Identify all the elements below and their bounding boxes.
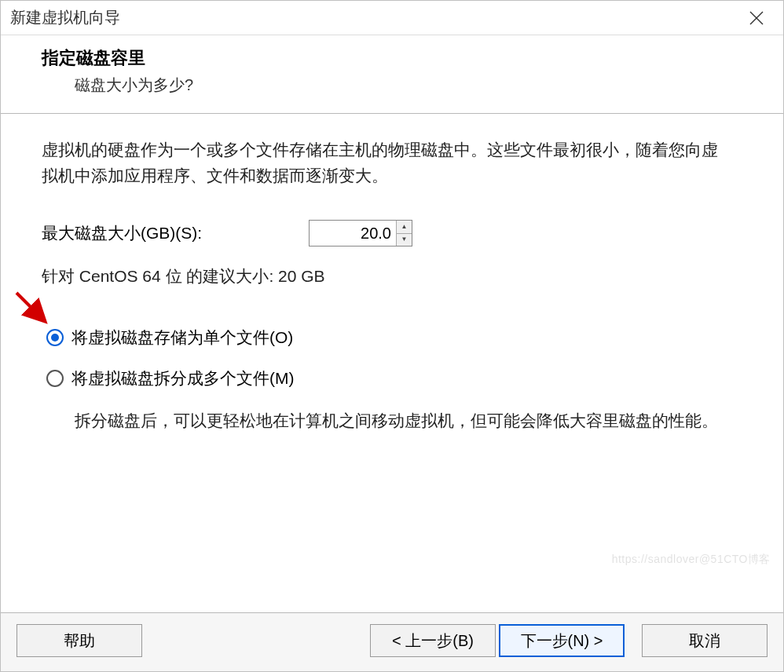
radio-split-label: 将虚拟磁盘拆分成多个文件(M) bbox=[71, 367, 294, 389]
radio-icon bbox=[46, 370, 64, 387]
close-icon[interactable] bbox=[739, 1, 774, 35]
help-button[interactable]: 帮助 bbox=[16, 624, 142, 657]
wizard-window: 新建虚拟机向导 指定磁盘容里 磁盘大小为多少? 虚拟机的硬盘作为一个或多个文件存… bbox=[0, 0, 784, 672]
annotation-arrow-icon bbox=[12, 288, 51, 327]
window-title: 新建虚拟机向导 bbox=[10, 7, 120, 28]
cancel-button[interactable]: 取消 bbox=[642, 624, 768, 657]
page-title: 指定磁盘容里 bbox=[42, 46, 760, 70]
watermark-text: https://sandlover@51CTO博客 bbox=[612, 553, 771, 567]
next-button[interactable]: 下一步(N) > bbox=[499, 624, 625, 657]
spinner-down-icon[interactable]: ▼ bbox=[397, 234, 412, 247]
recommended-size-text: 针对 CentOS 64 位 的建议大小: 20 GB bbox=[42, 265, 742, 287]
description-text: 虚拟机的硬盘作为一个或多个文件存储在主机的物理磁盘中。这些文件最初很小，随着您向… bbox=[42, 137, 733, 188]
disk-storage-radio-group: 将虚拟磁盘存储为单个文件(O) 将虚拟磁盘拆分成多个文件(M) 拆分磁盘后，可以… bbox=[42, 327, 742, 434]
wizard-footer: 帮助 < 上一步(B) 下一步(N) > 取消 bbox=[1, 612, 783, 671]
spinner-buttons: ▲ ▼ bbox=[396, 221, 412, 246]
titlebar: 新建虚拟机向导 bbox=[1, 1, 783, 35]
back-button[interactable]: < 上一步(B) bbox=[370, 624, 496, 657]
radio-store-single-file[interactable]: 将虚拟磁盘存储为单个文件(O) bbox=[42, 327, 742, 349]
svg-line-2 bbox=[16, 293, 43, 320]
disk-size-input[interactable] bbox=[310, 221, 396, 246]
disk-size-spinner[interactable]: ▲ ▼ bbox=[309, 220, 412, 247]
radio-icon bbox=[46, 329, 64, 346]
split-description: 拆分磁盘后，可以更轻松地在计算机之间移动虚拟机，但可能会降低大容里磁盘的性能。 bbox=[42, 408, 741, 434]
radio-split-files[interactable]: 将虚拟磁盘拆分成多个文件(M) bbox=[42, 367, 742, 389]
radio-single-label: 将虚拟磁盘存储为单个文件(O) bbox=[71, 327, 293, 349]
disk-size-row: 最大磁盘大小(GB)(S): ▲ ▼ bbox=[42, 220, 742, 247]
page-subtitle: 磁盘大小为多少? bbox=[42, 75, 760, 96]
disk-size-label: 最大磁盘大小(GB)(S): bbox=[42, 222, 309, 244]
wizard-header: 指定磁盘容里 磁盘大小为多少? bbox=[1, 35, 783, 114]
spinner-up-icon[interactable]: ▲ bbox=[397, 221, 412, 234]
wizard-content: 虚拟机的硬盘作为一个或多个文件存储在主机的物理磁盘中。这些文件最初很小，随着您向… bbox=[1, 114, 783, 612]
